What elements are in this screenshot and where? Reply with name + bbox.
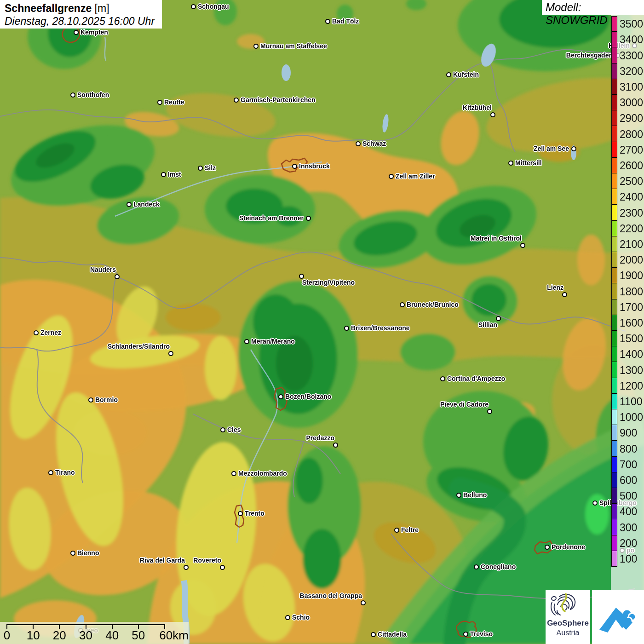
colorbar-segment: [611, 315, 617, 331]
colorbar-segment: [611, 393, 617, 409]
city-label: Mittersill: [515, 159, 542, 167]
city-label: Matrei in Osttirol: [471, 235, 522, 242]
city-label: Rovereto: [193, 557, 221, 564]
city-label: Zernez: [40, 329, 61, 336]
colorbar-segment: [611, 126, 617, 142]
city-label: Cittadella: [378, 631, 407, 638]
colorbar-segment: [611, 519, 617, 535]
scalebar-label: 20: [53, 628, 66, 643]
city-marker: [487, 409, 492, 414]
scalebar-label: 40: [105, 628, 119, 643]
city-marker: [234, 98, 239, 103]
city-marker: [244, 339, 249, 344]
page-title: Schneefallgrenze [m]: [5, 2, 162, 15]
colorbar-segment: [611, 535, 617, 551]
city-marker: [361, 600, 366, 605]
city-marker: [34, 330, 39, 335]
colorbar-tick-label: 1700: [620, 301, 643, 313]
colorbar-tick-label: 2200: [620, 222, 643, 235]
city-marker: [333, 443, 338, 448]
partner-logo: [592, 590, 644, 644]
city-label: Bienno: [77, 549, 99, 557]
city-label: Cles: [227, 426, 241, 433]
city-marker: [344, 326, 349, 331]
scalebar-label: 10: [27, 628, 40, 643]
city-label: Sillian: [478, 321, 497, 328]
colorbar-segment: [611, 142, 617, 158]
city-label: Zell am Ziller: [396, 172, 435, 180]
colorbar-segment: [611, 409, 617, 425]
colorbar-segment: [611, 362, 617, 378]
city-marker: [161, 172, 166, 177]
city-marker: [545, 545, 550, 550]
scalebar-label: 60km: [159, 628, 189, 643]
colorbar-tick-label: 700: [620, 458, 637, 471]
city-marker: [299, 274, 304, 279]
colorbar-segment: [611, 204, 617, 220]
model-label: Modell: SNOWGRID: [542, 0, 644, 15]
colorbar-tick-label: 300: [620, 521, 637, 534]
city-marker: [253, 44, 259, 49]
colorbar-segment: [611, 252, 617, 268]
colorbar-tick-label: 1200: [620, 380, 643, 392]
city-label: Silz: [205, 164, 216, 172]
colorbar-segment: [611, 31, 617, 47]
city-marker: [198, 166, 203, 171]
colorbar-tick-label: 3200: [620, 65, 643, 77]
colorbar-segment: [611, 79, 617, 95]
city-label: Schlanders/Silandro: [108, 343, 170, 350]
colorbar-tick-label: 3300: [620, 49, 643, 62]
city-marker: [88, 397, 93, 402]
colorbar-segment: [611, 456, 617, 472]
colorbar-tick-label: 2600: [620, 159, 643, 172]
city-label: Sterzing/Vipiteno: [302, 279, 355, 286]
city-label: Treviso: [470, 630, 493, 638]
colorbar-segment: [611, 267, 617, 283]
city-label: Landeck: [133, 201, 160, 208]
city-label: Meran/Merano: [251, 338, 295, 345]
colorbar-tick-label: 3100: [620, 80, 643, 93]
colorbar-tick-label: 2900: [620, 112, 643, 125]
timestamp: Dienstag, 28.10.2025 16:00 Uhr: [5, 15, 162, 28]
city-marker: [371, 632, 376, 637]
city-label: Cortina d'Ampezzo: [447, 375, 505, 382]
colorbar-segment: [611, 378, 617, 394]
colorbar-segment: [611, 503, 617, 519]
city-marker: [48, 470, 53, 475]
title-text: Schneefallgrenze: [5, 2, 92, 14]
colorbar-tick-label: 2000: [620, 254, 643, 266]
city-label: Nauders: [90, 266, 116, 273]
city-label: Lienz: [547, 284, 564, 291]
city-marker: [440, 376, 445, 381]
colorbar-tick-label: 2400: [620, 191, 643, 203]
city-marker: [592, 500, 598, 506]
colorbar-tick-label: 1300: [620, 364, 643, 376]
city-label: Belluno: [463, 491, 487, 499]
city-label: Predazzo: [306, 434, 334, 442]
city-marker: [400, 302, 405, 307]
city-marker: [508, 161, 513, 166]
city-marker: [356, 141, 361, 146]
city-marker: [168, 351, 173, 356]
city-marker: [238, 511, 243, 516]
city-marker: [394, 528, 399, 533]
colorbar-tick-label: 500: [620, 490, 637, 502]
city-label: Kufstein: [453, 71, 479, 78]
city-label: Pieve di Cadore: [440, 401, 489, 408]
colorbar-segment: [611, 173, 617, 189]
city-label: Innsbruck: [299, 162, 330, 170]
distance-scalebar: 0102030405060km: [0, 622, 189, 644]
city-label: Riva del Garda: [140, 557, 185, 564]
colorbar-tick-label: 3400: [620, 34, 643, 46]
colorbar-segment: [611, 110, 617, 126]
city-marker: [70, 551, 75, 556]
city-label: Feltre: [401, 526, 419, 534]
city-marker: [220, 427, 225, 432]
colorbar-segment: [611, 220, 617, 236]
snowfall-limit-map: SchongauBad TölzKemptenMurnau am Staffel…: [0, 0, 644, 644]
city-label: Bozen/Bolzano: [285, 393, 331, 400]
city-label: Reutte: [164, 98, 184, 106]
title-panel: Schneefallgrenze [m] Dienstag, 28.10.202…: [0, 0, 162, 29]
colorbar-segment: [611, 94, 617, 110]
colorbar-segment: [611, 488, 617, 504]
